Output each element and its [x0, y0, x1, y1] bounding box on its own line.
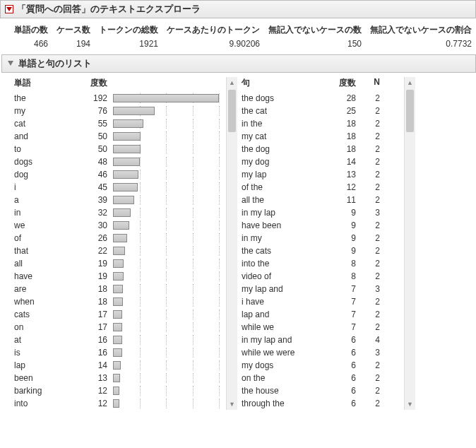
chevron-down-icon[interactable]: [6, 59, 16, 69]
table-row[interactable]: in32: [14, 206, 226, 219]
scroll-up-icon[interactable]: ▲: [227, 77, 237, 88]
table-row[interactable]: on17: [14, 321, 226, 334]
summary-label: 無記入でないケースの割合: [370, 24, 472, 36]
phrase-n-cell: 2: [362, 144, 383, 154]
word-cell: on: [14, 322, 78, 332]
summary-value: 1921: [139, 39, 158, 49]
table-row[interactable]: lap14: [14, 359, 226, 372]
table-row[interactable]: my cat182: [242, 130, 404, 143]
table-row[interactable]: into the82: [242, 257, 404, 270]
word-cell: cats: [14, 310, 78, 319]
main-section-header[interactable]: 「質問への回答」のテキストエクスプローラ: [0, 0, 476, 18]
table-row[interactable]: the cats92: [242, 244, 404, 257]
table-row[interactable]: the dog182: [242, 143, 404, 155]
table-row[interactable]: my lap and73: [242, 283, 404, 295]
sub-title: 単語と句のリスト: [18, 57, 92, 70]
table-row[interactable]: into12: [14, 397, 226, 410]
table-row[interactable]: cats17: [14, 308, 226, 321]
word-cell: been: [14, 373, 78, 383]
phrase-freq-cell: 14: [333, 157, 362, 167]
summary-label: ケース数: [56, 24, 90, 36]
table-row[interactable]: dog46: [14, 168, 226, 181]
table-row[interactable]: of the122: [242, 181, 404, 194]
phrase-n-cell: 2: [362, 386, 383, 396]
phrase-cell: in the: [242, 119, 333, 129]
sub-section-header[interactable]: 単語と句のリスト: [1, 54, 476, 73]
table-row[interactable]: on the62: [242, 372, 404, 384]
table-row[interactable]: in my lap and64: [242, 334, 404, 346]
phrase-n-cell: 2: [362, 106, 383, 116]
table-row[interactable]: through the62: [242, 397, 404, 410]
table-row[interactable]: lap and72: [242, 308, 404, 321]
scroll-down-icon[interactable]: ▼: [227, 399, 237, 410]
word-cell: all: [14, 259, 78, 269]
table-row[interactable]: we30: [14, 219, 226, 232]
table-row[interactable]: are18: [14, 283, 226, 295]
freq-header: 度数: [78, 77, 113, 89]
freq-cell: 16: [78, 348, 113, 358]
freq-bar: [113, 182, 226, 192]
phrase-n-cell: 2: [362, 157, 383, 167]
table-row[interactable]: i45: [14, 181, 226, 194]
table-row[interactable]: in my92: [242, 232, 404, 244]
scroll-thumb[interactable]: [406, 90, 414, 132]
freq-cell: 12: [78, 386, 113, 396]
table-row[interactable]: have been92: [242, 219, 404, 232]
freq-cell: 192: [78, 93, 113, 103]
table-row[interactable]: while we were63: [242, 346, 404, 359]
table-row[interactable]: my dog142: [242, 155, 404, 168]
table-row[interactable]: video of82: [242, 270, 404, 283]
table-row[interactable]: all19: [14, 257, 226, 270]
phrase-cell: in my lap and: [242, 335, 333, 345]
word-cell: that: [14, 246, 78, 256]
summary-value: 150: [347, 39, 362, 49]
phrase-scrollbar[interactable]: ▲ ▼: [404, 77, 415, 410]
phrase-cell: in my lap: [242, 208, 333, 218]
phrase-freq-cell: 8: [333, 271, 362, 281]
table-row[interactable]: all the112: [242, 194, 404, 206]
table-row[interactable]: of26: [14, 232, 226, 244]
table-row[interactable]: the192: [14, 92, 226, 105]
scroll-down-icon[interactable]: ▼: [405, 399, 415, 410]
table-row[interactable]: in the182: [242, 117, 404, 130]
table-row[interactable]: barking12: [14, 384, 226, 397]
table-row[interactable]: and50: [14, 130, 226, 143]
word-scrollbar[interactable]: ▲ ▼: [226, 77, 237, 410]
table-row[interactable]: in my lap93: [242, 206, 404, 219]
table-row[interactable]: the dogs282: [242, 92, 404, 105]
phrase-cell: my lap and: [242, 284, 333, 294]
table-row[interactable]: my lap132: [242, 168, 404, 181]
table-row[interactable]: been13: [14, 372, 226, 384]
phrase-n-header: N: [362, 77, 383, 89]
table-row[interactable]: that22: [14, 244, 226, 257]
freq-bar: [113, 259, 226, 269]
phrase-cell: i have: [242, 297, 333, 307]
word-cell: is: [14, 348, 78, 358]
freq-bar: [113, 119, 226, 129]
freq-cell: 50: [78, 144, 113, 154]
table-row[interactable]: have19: [14, 270, 226, 283]
phrase-cell: my dog: [242, 157, 333, 167]
table-row[interactable]: the house62: [242, 384, 404, 397]
table-row[interactable]: dogs48: [14, 155, 226, 168]
table-row[interactable]: i have72: [242, 295, 404, 308]
chevron-down-icon[interactable]: [4, 4, 14, 14]
phrase-freq-cell: 9: [333, 233, 362, 243]
table-row[interactable]: is16: [14, 346, 226, 359]
table-row[interactable]: my dogs62: [242, 359, 404, 372]
scroll-thumb[interactable]: [228, 90, 236, 132]
word-cell: and: [14, 131, 78, 141]
word-cell: into: [14, 399, 78, 408]
table-row[interactable]: a39: [14, 194, 226, 206]
table-row[interactable]: cat55: [14, 117, 226, 130]
freq-cell: 39: [78, 195, 113, 205]
table-row[interactable]: when18: [14, 295, 226, 308]
table-row[interactable]: at16: [14, 334, 226, 346]
table-row[interactable]: to50: [14, 143, 226, 155]
table-row[interactable]: my76: [14, 105, 226, 117]
phrase-cell: on the: [242, 373, 333, 383]
table-row[interactable]: while we72: [242, 321, 404, 334]
table-row[interactable]: the cat252: [242, 105, 404, 117]
phrase-freq-cell: 6: [333, 399, 362, 408]
scroll-up-icon[interactable]: ▲: [405, 77, 415, 88]
